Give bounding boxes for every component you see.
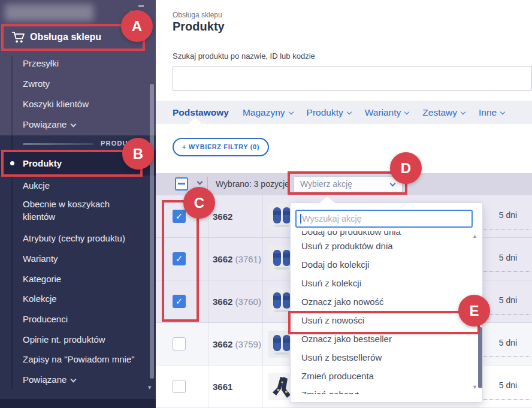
sidebar-item-warianty[interactable]: Warianty: [23, 252, 150, 266]
sidebar-item-producenci[interactable]: Producenci: [23, 312, 150, 327]
tab-inne[interactable]: Inne: [479, 107, 504, 118]
product-search-label: Szukaj produktu po nazwie, ID lub kodzie: [173, 52, 315, 61]
action-item[interactable]: Zmień producenta: [291, 367, 476, 385]
filter-tab-bar: Podstawowy Magazyny Produkty Warianty Ze…: [156, 101, 532, 124]
days-value: 5 dni: [482, 253, 532, 262]
sidebar-footer: [0, 399, 156, 408]
dropdown-pointer: [319, 197, 335, 203]
action-list: Dodaj do produktów dnia Usuń z produktów…: [291, 231, 476, 394]
sidebar-item-opinie[interactable]: Opinie nt. produktów: [23, 333, 150, 347]
sidebar-item-kolekcje[interactable]: Kolekcje: [23, 292, 150, 306]
sidebar-item-zapisy-powiadom[interactable]: Zapisy na "Powiadom mnie": [23, 352, 150, 367]
action-dropdown-menu: Wyszukaj akcję Dodaj do produktów dnia U…: [290, 203, 483, 403]
shop-logo-blurred: [5, 4, 93, 21]
product-search-input[interactable]: [173, 66, 532, 91]
section-divider: [23, 143, 93, 145]
sidebar-item-kategorie[interactable]: Kategorie: [23, 272, 150, 286]
active-tab-pointer: [189, 117, 202, 124]
sidebar-header-label: Obsługa sklepu: [30, 25, 101, 49]
product-id: 3662: [213, 254, 232, 264]
action-item[interactable]: Oznacz jako bestseller: [291, 330, 476, 348]
row-checkbox-unchecked[interactable]: [173, 380, 186, 393]
tab-warianty[interactable]: Warianty: [365, 107, 409, 118]
chevron-down-icon: [461, 109, 466, 114]
sidebar-item-obsluga-sklepu[interactable]: Obsługa sklepu: [0, 25, 156, 49]
days-value: 5 dni: [482, 338, 532, 347]
collapse-sidebar-icon[interactable]: ←: [126, 3, 145, 17]
tab-magazyny[interactable]: Magazyny: [243, 107, 293, 118]
row-checkbox-checked[interactable]: ✓: [173, 210, 186, 223]
text-cursor: [300, 214, 301, 223]
sidebar-item-powiazane-top[interactable]: Powiązane: [23, 117, 150, 132]
sidebar-item-atrybuty[interactable]: Atrybuty (cechy produktu): [23, 231, 150, 246]
product-id: 3662: [213, 297, 232, 307]
sidebar-item-koszyki-klientow[interactable]: Koszyki klientów: [23, 97, 150, 111]
days-value: 5 dni: [482, 380, 532, 390]
action-item[interactable]: Usuń z bestsellerów: [291, 348, 476, 367]
dropdown-scroll-up-icon[interactable]: ▲: [472, 233, 477, 239]
days-value: 5 dni: [482, 210, 532, 220]
app-window: ← Obsługa sklepu Przesyłki Zwroty Koszyk…: [0, 0, 532, 408]
active-bullet-icon: [10, 161, 14, 165]
sidebar-item-produkty-active[interactable]: Produkty: [0, 151, 156, 176]
chevron-down-icon: [71, 122, 77, 128]
sidebar-item-zwroty[interactable]: Zwroty: [23, 77, 150, 91]
chevron-down-icon: [288, 109, 293, 114]
sidebar-scroll-down-icon[interactable]: ▾: [148, 383, 152, 391]
page-title: Produkty: [173, 20, 225, 34]
product-id: 3662: [213, 211, 232, 222]
chevron-down-icon: [404, 109, 409, 114]
dropdown-scrollbar-thumb[interactable]: [478, 327, 482, 388]
tab-zestawy[interactable]: Zestawy: [422, 107, 465, 118]
column-divider: [262, 195, 263, 408]
row-checkbox-checked[interactable]: ✓: [173, 252, 186, 265]
action-item[interactable]: Usuń z produktów dnia: [291, 237, 476, 255]
selection-count-text: Wybrano: 3 pozycje: [216, 173, 289, 195]
chevron-down-icon: [390, 181, 396, 187]
sidebar-item-aukcje[interactable]: Aukcje: [23, 179, 150, 193]
row-checkbox-checked[interactable]: ✓: [173, 295, 186, 308]
chevron-down-icon: [346, 109, 351, 114]
sidebar-item-obecnie-w-koszykach[interactable]: Obecnie w koszykach klientów: [23, 198, 129, 223]
action-item[interactable]: Oznacz jako nowość: [291, 292, 476, 311]
select-all-checkbox-indeterminate[interactable]: [175, 177, 188, 191]
chevron-down-icon: [500, 109, 505, 114]
action-item[interactable]: Usuń z kolekcji: [291, 274, 476, 292]
product-id: 3661: [213, 382, 232, 392]
cart-icon: [11, 31, 25, 44]
sidebar-indent-line: [11, 56, 13, 389]
column-divider: [208, 195, 208, 408]
sidebar-item-przesylki[interactable]: Przesyłki: [23, 56, 150, 71]
action-item-clipped-bottom[interactable]: Zmień gabaryt: [291, 385, 476, 394]
action-item-clipped-top[interactable]: Dodaj do produktów dnia: [291, 231, 476, 237]
sidebar-scrollbar-thumb[interactable]: [150, 84, 154, 379]
action-item[interactable]: Dodaj do kolekcji: [291, 255, 476, 274]
left-arrow-icon: ←: [128, 5, 138, 16]
select-menu-chevron-icon[interactable]: [197, 179, 203, 185]
row-checkbox-unchecked[interactable]: [173, 337, 186, 350]
dropdown-scroll-down-icon[interactable]: ▼: [472, 384, 477, 390]
chevron-down-icon: [71, 377, 77, 383]
days-value: 5 dni: [482, 295, 532, 305]
tab-podstawowy[interactable]: Podstawowy: [173, 107, 229, 118]
action-search-input[interactable]: Wyszukaj akcję: [295, 210, 473, 228]
breadcrumb: Obsługa sklepu: [173, 11, 222, 19]
product-id: 3662: [213, 339, 232, 349]
bulk-action-bar: Wybrano: 3 pozycje Wybierz akcję: [156, 173, 532, 195]
sidebar-item-powiazane-bottom[interactable]: Powiązane: [23, 373, 150, 387]
choose-filters-button[interactable]: + WYBIERZ FILTRY (0): [173, 138, 269, 156]
section-label-produkty: PRODUKTY: [101, 140, 143, 147]
tab-produkty[interactable]: Produkty: [307, 107, 351, 118]
choose-action-select[interactable]: Wybierz akcję: [294, 176, 403, 192]
action-item-usun-z-nowosci[interactable]: Usuń z nowości: [291, 311, 476, 330]
